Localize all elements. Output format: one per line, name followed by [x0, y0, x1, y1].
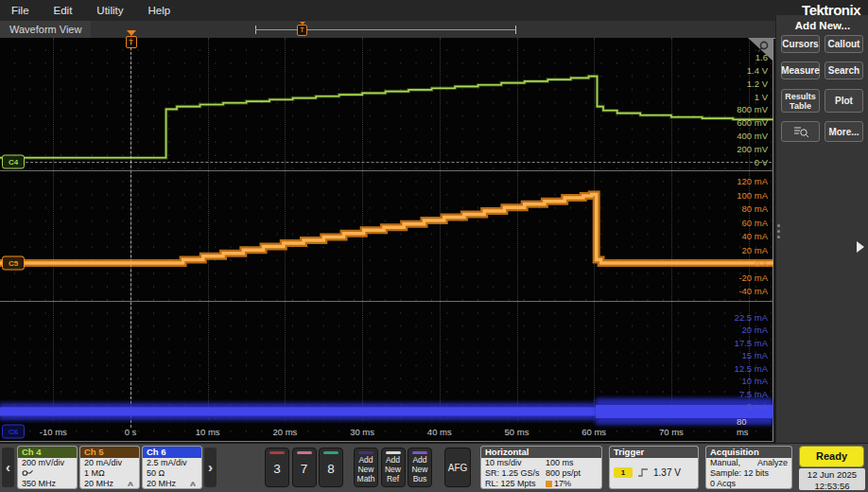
channel-7-button[interactable]: 7: [292, 448, 317, 487]
add-new-measurebutton[interactable]: Measure: [781, 62, 820, 79]
channel-badge-ch5[interactable]: Ch 520 mA/div1 MΩ20 MHz: [79, 446, 140, 489]
channel-bandwidth: 20 MHz: [143, 479, 201, 489]
time-tick-label: 40 ms: [427, 427, 452, 437]
channel-3-button[interactable]: 3: [265, 448, 289, 487]
channel-badge-header: Ch 6: [143, 447, 201, 458]
acquisition-analyze: Analyze: [757, 458, 788, 468]
ch5-tick-label: 120 mA: [737, 176, 768, 186]
overview-right-bracket: [515, 26, 516, 34]
add-new-results-tablebutton[interactable]: ResultsTable: [781, 89, 820, 113]
horizontal-sample-rate: SR: 1.25 GS/s: [485, 468, 546, 479]
acquisition-badge[interactable]: Acquisition Manual, Analyze Sample: 12 b…: [705, 446, 792, 489]
ch5-tick-label: 80 mA: [742, 203, 768, 214]
channel-scale: 20 mA/div: [80, 458, 139, 468]
horizontal-position-overview[interactable]: T: [255, 24, 516, 36]
acquisition-mode: Manual,: [710, 458, 740, 468]
expand-panel-arrow-icon[interactable]: [857, 241, 864, 253]
add-new-label: AddNewRef: [382, 455, 405, 483]
waveform-display[interactable]: -10 ms0 s10 ms20 ms30 ms40 ms50 ms60 ms7…: [0, 38, 773, 442]
channel-badge-ch4[interactable]: Ch 4200 mV/div350 MHz: [17, 446, 78, 489]
channel-color-stripe: [269, 451, 285, 454]
type-color-stripe: [412, 451, 427, 454]
channel-number: 8: [320, 462, 342, 476]
ch6-tick-label: 22.5 mA: [735, 311, 768, 322]
ch5-tick-label: 20 mA: [742, 244, 768, 255]
scroll-channels-right-button[interactable]: ›: [204, 448, 217, 487]
waveform-traces: [0, 38, 773, 442]
ch4-tick-label: 0 V: [755, 157, 768, 167]
draw-zoom-box-control[interactable]: [748, 38, 773, 61]
probe-icon: [22, 468, 34, 477]
ch4-tick-label: 400 mV: [737, 131, 768, 141]
acquisition-sample: Sample: 12 bits: [706, 468, 791, 479]
acquisition-count: 0 Acqs: [706, 479, 791, 489]
ch6-tick-label: 20 mA: [742, 325, 768, 335]
time-tick-label: 20 ms: [272, 427, 297, 437]
add-new-bus-button[interactable]: AddNewBus: [408, 448, 432, 487]
channel-bandwidth: 350 MHz: [18, 479, 77, 489]
trigger-source-badge: 1: [614, 467, 633, 478]
trigger-level: 1.37 V: [653, 467, 681, 478]
results-bar-grip[interactable]: [777, 221, 781, 241]
horizontal-badge[interactable]: Horizontal 10 ms/div 100 ms SR: 1.25 GS/…: [480, 446, 602, 489]
ch5-tick-label: -40 mA: [738, 286, 768, 296]
add-new-searchbutton[interactable]: Search: [825, 62, 863, 79]
mask-search-button[interactable]: [781, 121, 820, 142]
time-tick-label: 60 ms: [582, 427, 606, 437]
ch4-tick-label: 800 mV: [737, 104, 768, 114]
time-tick-label: -10 ms: [40, 427, 67, 437]
settings-bar: ‹ Ch 4200 mV/div350 MHzCh 520 mA/div1 MΩ…: [0, 443, 868, 492]
afg-button[interactable]: AFG: [444, 448, 471, 487]
channel-bandwidth: 20 MHz: [80, 479, 139, 489]
channel-number: 3: [266, 462, 288, 476]
ch5-tick-label: 100 mA: [737, 189, 768, 200]
menu-item-help[interactable]: Help: [148, 5, 170, 16]
time-tick-label: 70 ms: [659, 427, 684, 437]
add-new-ref-button[interactable]: AddNewRef: [381, 448, 406, 487]
ch4-tick-label: 600 mV: [737, 117, 768, 128]
overview-trigger-marker[interactable]: T: [297, 25, 307, 36]
horizontal-position: 17%: [554, 479, 571, 488]
add-new-plotbutton[interactable]: Plot: [825, 89, 863, 113]
horizontal-resolution: 800 ps/pt: [546, 468, 598, 479]
channel-tag-c5[interactable]: C5: [2, 256, 25, 271]
trigger-indicator[interactable]: T: [124, 30, 138, 48]
channel-badge-header: Ch 5: [80, 447, 139, 458]
menu-item-utility[interactable]: Utility: [96, 5, 123, 16]
ch5-tick-label: 60 mA: [742, 217, 768, 227]
channel-8-button[interactable]: 8: [319, 448, 343, 487]
add-new-cursorsbutton[interactable]: Cursors: [781, 35, 820, 53]
channel-tag-c4[interactable]: C4: [2, 155, 25, 169]
trigger-badge[interactable]: Trigger 1 1.37 V: [609, 446, 699, 489]
time-tick-label: 50 ms: [505, 427, 529, 437]
ch4-tick-label: 200 mV: [737, 144, 768, 154]
bandwidth-limit-icon: [189, 481, 197, 487]
ch5-tick-label: 0 A: [755, 258, 768, 269]
channel-tag-c6[interactable]: C6: [2, 425, 25, 439]
magnifier-icon: [755, 40, 771, 55]
channel-termination: [18, 468, 77, 479]
add-new-calloutbutton[interactable]: Callout: [825, 35, 863, 53]
channel-badge-ch6[interactable]: Ch 62.5 mA/div50 Ω20 MHz: [142, 446, 202, 489]
type-color-stripe: [358, 451, 373, 454]
tab-bar: Waveform View T: [0, 21, 775, 39]
channel-termination: 1 MΩ: [80, 468, 139, 479]
channel-badge-header: Ch 4: [18, 447, 77, 458]
menu-item-edit[interactable]: Edit: [54, 5, 73, 16]
channel-color-stripe: [323, 451, 339, 454]
tab-waveform-view[interactable]: Waveform View: [0, 21, 91, 38]
mask-search-icon: [791, 125, 810, 138]
scroll-channels-left-button[interactable]: ‹: [2, 448, 14, 487]
add-new-more-button[interactable]: More...: [825, 121, 863, 142]
ch4-tick-label: 1.2 V: [747, 78, 768, 88]
rising-edge-icon: [637, 467, 649, 478]
horizontal-scale: 10 ms/div: [485, 458, 546, 468]
horizontal-record-length: RL: 125 Mpts: [485, 479, 546, 489]
results-bar: Add New... CursorsCalloutMeasureSearchRe…: [775, 15, 868, 443]
add-new-math-button[interactable]: AddNewMath: [354, 448, 378, 487]
ch4-tick-label: 1.4 V: [747, 64, 768, 75]
menu-item-file[interactable]: File: [11, 5, 29, 16]
ready-status-badge: Ready: [799, 446, 864, 467]
ch6-tick-label: 17.5 mA: [735, 337, 768, 347]
ch6-tick-label: 5 mA: [747, 401, 768, 412]
